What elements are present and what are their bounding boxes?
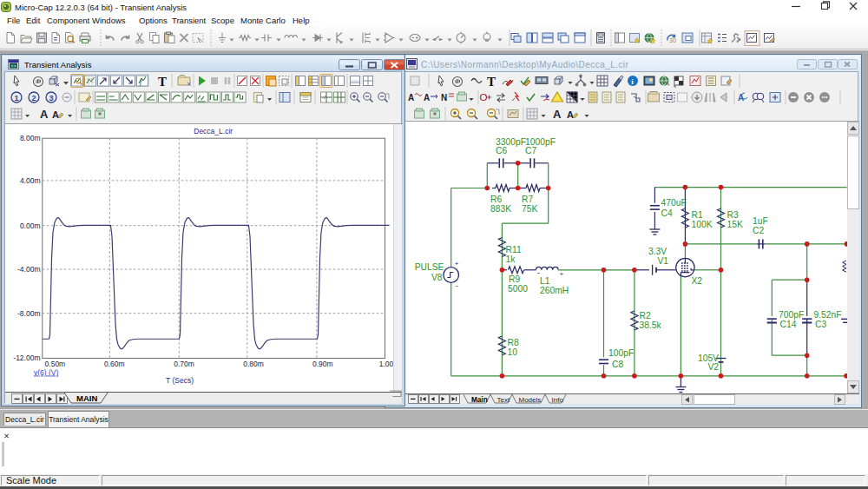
svg-text:L1: L1 (540, 276, 550, 286)
svg-text:+: + (560, 270, 564, 278)
svg-text:5000: 5000 (508, 284, 528, 294)
svg-text:75K: 75K (522, 204, 537, 214)
svg-text:100K: 100K (692, 220, 713, 229)
svg-text:R11: R11 (506, 245, 522, 254)
svg-text:+: + (455, 260, 459, 268)
svg-text:Decca_L.cir: Decca_L.cir (194, 127, 233, 135)
svg-text:C4: C4 (661, 208, 673, 218)
svg-text:0.80m: 0.80m (243, 360, 264, 368)
svg-text:0.60m: 0.60m (104, 360, 125, 368)
svg-text:3: 3 (49, 94, 54, 102)
svg-text:-: - (537, 268, 540, 277)
svg-text:A: A (40, 108, 49, 121)
svg-text:A: A (408, 93, 414, 102)
svg-text:9.52nF: 9.52nF (814, 310, 842, 320)
svg-text:8.00m: 8.00m (20, 134, 41, 142)
svg-text:V8: V8 (431, 273, 443, 282)
svg-text:T (Secs): T (Secs) (166, 376, 194, 385)
svg-text:PULSE: PULSE (415, 262, 444, 272)
svg-text:4.00m: 4.00m (20, 176, 41, 185)
svg-text:V1: V1 (658, 256, 669, 266)
svg-text:100pF: 100pF (608, 348, 634, 358)
svg-text:N: N (441, 93, 447, 102)
svg-text:R6: R6 (490, 195, 502, 204)
svg-text:3.3V: 3.3V (648, 247, 667, 256)
svg-text:30: 30 (669, 37, 676, 43)
svg-text:38.5k: 38.5k (640, 320, 662, 330)
svg-text:Models: Models (519, 396, 542, 404)
svg-text:A: A (738, 93, 744, 102)
svg-text:C7: C7 (525, 146, 536, 155)
svg-text:105V: 105V (698, 354, 719, 363)
svg-text:A: A (52, 109, 59, 120)
svg-text:Info: Info (552, 396, 564, 404)
svg-text:R9: R9 (509, 274, 520, 284)
svg-text:C6: C6 (496, 146, 507, 155)
svg-text:-8.00m: -8.00m (17, 309, 40, 318)
svg-text:V2: V2 (707, 362, 719, 372)
svg-text:MAIN: MAIN (76, 393, 97, 403)
svg-text:A: A (553, 108, 562, 121)
svg-text:700pF: 700pF (779, 310, 804, 320)
svg-text:0.90m: 0.90m (312, 360, 333, 368)
svg-text:883K: 883K (490, 204, 511, 214)
svg-text:0.50m: 0.50m (45, 360, 66, 368)
svg-text:A: A (424, 93, 430, 102)
svg-text:260mH: 260mH (540, 286, 569, 295)
svg-text:1000pF: 1000pF (525, 137, 556, 147)
svg-text:1k: 1k (506, 254, 516, 264)
svg-text:-: - (456, 281, 458, 290)
svg-text:2: 2 (32, 94, 36, 102)
svg-text:-12.00m: -12.00m (13, 354, 40, 362)
svg-text:1: 1 (15, 94, 19, 102)
svg-text:-4.00m: -4.00m (17, 265, 40, 274)
svg-text:A: A (567, 109, 574, 120)
svg-text:15K: 15K (727, 220, 743, 229)
svg-text:C14: C14 (780, 320, 797, 329)
svg-text:1uF: 1uF (753, 216, 768, 226)
svg-text:C3: C3 (815, 320, 826, 329)
svg-text:C8: C8 (612, 360, 623, 369)
svg-text:Main: Main (471, 396, 488, 404)
svg-text:C2: C2 (753, 226, 764, 235)
svg-text:v(6) (V): v(6) (V) (34, 368, 59, 377)
svg-text:10: 10 (508, 347, 518, 357)
svg-text:0.00m: 0.00m (20, 221, 41, 230)
svg-text:R2: R2 (640, 311, 651, 320)
svg-text:T: T (158, 75, 167, 89)
svg-text:3300pF: 3300pF (496, 137, 526, 147)
svg-text:X2: X2 (692, 276, 703, 286)
svg-text:R8: R8 (508, 338, 519, 347)
svg-text:0.70m: 0.70m (174, 360, 194, 368)
svg-text:R1: R1 (692, 210, 703, 220)
svg-text:R7: R7 (522, 195, 533, 204)
svg-text:470uF: 470uF (661, 198, 687, 208)
svg-text:Text: Text (497, 396, 510, 404)
svg-text:R3: R3 (727, 210, 739, 220)
svg-text:T: T (487, 75, 496, 89)
